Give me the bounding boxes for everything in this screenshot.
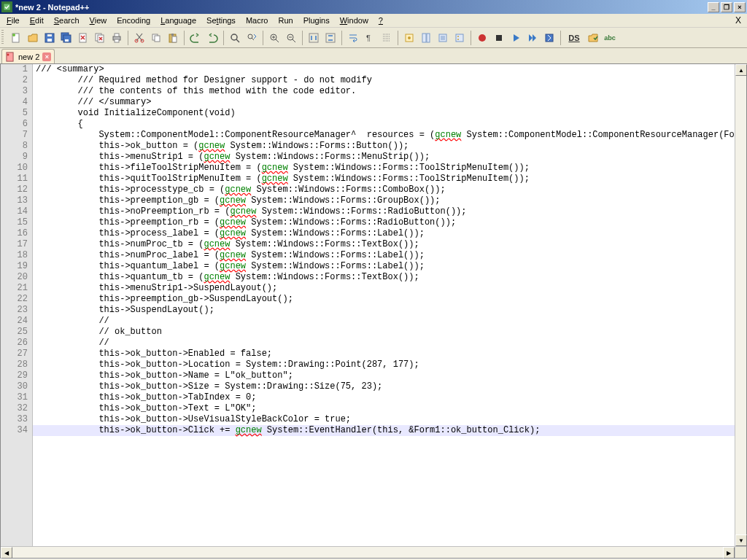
code-line[interactable]: this->noPreemption_rb = (gcnew System::W…	[33, 206, 735, 217]
toolbar-separator	[128, 31, 128, 45]
abc-icon[interactable]: abc	[602, 30, 618, 46]
code-line[interactable]: this->menuStrip1 = (gcnew System::Window…	[33, 152, 735, 163]
horizontal-scrollbar[interactable]: ◀ ▶	[1, 546, 735, 558]
code-line[interactable]: this->preemption_gb->SuspendLayout();	[33, 294, 735, 305]
stop-macro-icon[interactable]	[491, 30, 507, 46]
toolbar-separator	[398, 31, 398, 45]
toolbar-separator	[560, 31, 561, 45]
spellcheck-icon[interactable]	[585, 30, 601, 46]
code-line[interactable]: this->fileToolStripMenuItem = (gcnew Sys…	[33, 163, 735, 174]
scroll-right-icon[interactable]: ▶	[723, 547, 735, 559]
menu-view[interactable]: View	[85, 15, 112, 26]
code-line[interactable]: this->SuspendLayout();	[33, 305, 735, 316]
code-line[interactable]: this->ok_button->Text = L"OK";	[33, 403, 735, 414]
code-line[interactable]: this->preemption_gb = (gcnew System::Win…	[33, 195, 735, 206]
indent-guide-icon[interactable]	[379, 30, 395, 46]
code-line[interactable]: this->ok_button->Name = L"ok_button";	[33, 370, 735, 381]
menu-macro[interactable]: Macro	[241, 15, 274, 26]
menu-run[interactable]: Run	[273, 15, 298, 26]
code-line[interactable]: System::ComponentModel::ComponentResourc…	[33, 130, 735, 141]
new-file-icon[interactable]	[8, 30, 24, 46]
play-macro-icon[interactable]	[508, 30, 524, 46]
code-line[interactable]: {	[33, 119, 735, 130]
zoom-in-icon[interactable]	[266, 30, 282, 46]
code-line[interactable]: /// </summary>	[33, 97, 735, 108]
close-window-button[interactable]: ×	[734, 2, 746, 12]
redo-icon[interactable]	[204, 30, 220, 46]
line-number: 27	[1, 349, 32, 359]
code-line[interactable]: this->ok_button->Enabled = false;	[33, 349, 735, 359]
close-all-icon[interactable]	[92, 30, 108, 46]
svg-rect-20	[171, 34, 174, 36]
code-line[interactable]: /// <summary>	[33, 64, 735, 75]
code-line[interactable]: this->ok_button->Size = System::Drawing:…	[33, 381, 735, 392]
svg-point-42	[7, 53, 9, 55]
close-file-icon[interactable]	[75, 30, 91, 46]
cut-icon[interactable]	[131, 30, 147, 46]
replace-icon[interactable]	[244, 30, 260, 46]
code-line[interactable]: this->quantum_label = (gcnew System::Win…	[33, 261, 735, 272]
scroll-left-icon[interactable]: ◀	[1, 547, 12, 559]
code-line[interactable]: this->quitToolStripMenuItem = (gcnew Sys…	[33, 174, 735, 184]
vertical-scrollbar[interactable]: ▲ ▼	[735, 64, 746, 546]
doc-map-icon[interactable]	[418, 30, 434, 46]
code-line[interactable]: this->numProc_tb = (gcnew System::Window…	[33, 239, 735, 250]
menu-plugins[interactable]: Plugins	[298, 15, 335, 26]
code-line[interactable]: this->preemption_rb = (gcnew System::Win…	[33, 217, 735, 228]
sync-h-icon[interactable]	[322, 30, 338, 46]
menu-search[interactable]: Search	[49, 15, 85, 26]
code-line[interactable]: this->ok_button->TabIndex = 0;	[33, 392, 735, 403]
menubar-close-x[interactable]: X	[731, 15, 746, 26]
code-line[interactable]: this->ok_button->UseVisualStyleBackColor…	[33, 414, 735, 425]
save-icon[interactable]	[42, 30, 58, 46]
zoom-out-icon[interactable]	[283, 30, 299, 46]
code-line[interactable]: this->process_label = (gcnew System::Win…	[33, 228, 735, 239]
save-macro-icon[interactable]	[541, 30, 557, 46]
code-line[interactable]: /// the contents of this method with the…	[33, 86, 735, 97]
code-line[interactable]: this->menuStrip1->SuspendLayout();	[33, 283, 735, 294]
code-line[interactable]: /// Required method for Designer support…	[33, 75, 735, 86]
code-line[interactable]: // ok_button	[33, 327, 735, 338]
code-line[interactable]: //	[33, 316, 735, 327]
tab-close-icon[interactable]: ×	[42, 52, 51, 61]
restore-button[interactable]: ❐	[721, 2, 732, 12]
code-line[interactable]: void InitializeComponent(void)	[33, 108, 735, 119]
save-all-icon[interactable]	[58, 30, 74, 46]
code-line[interactable]: this->processtype_cb = (gcnew System::Wi…	[33, 184, 735, 195]
wordwrap-icon[interactable]	[345, 30, 361, 46]
menu-language[interactable]: Language	[155, 15, 201, 26]
show-all-chars-icon[interactable]: ¶	[362, 30, 378, 46]
code-line[interactable]: this->ok_button->Click += gcnew System::…	[33, 425, 735, 436]
code-line[interactable]: this->ok_button->Location = System::Draw…	[33, 359, 735, 370]
code-line[interactable]: this->ok_button = (gcnew System::Windows…	[33, 141, 735, 152]
menu-window[interactable]: Window	[335, 15, 374, 26]
sync-v-icon[interactable]	[306, 30, 322, 46]
undo-icon[interactable]	[187, 30, 204, 46]
folder-view-icon[interactable]	[452, 30, 468, 46]
find-icon[interactable]	[227, 30, 243, 46]
menu-settings[interactable]: Settings	[201, 15, 241, 26]
menu-edit[interactable]: Edit	[25, 15, 49, 26]
line-number: 10	[1, 163, 32, 174]
svg-rect-5	[47, 34, 52, 36]
code-line[interactable]: this->numProc_label = (gcnew System::Win…	[33, 250, 735, 261]
scroll-up-icon[interactable]: ▲	[735, 64, 747, 76]
tab-new2[interactable]: new 2 ×	[1, 49, 55, 63]
menu-file[interactable]: File	[1, 15, 25, 26]
copy-icon[interactable]	[148, 30, 164, 46]
func-list-icon[interactable]	[435, 30, 451, 46]
code-line[interactable]: //	[33, 338, 735, 349]
scroll-down-icon[interactable]: ▼	[735, 534, 747, 546]
print-icon[interactable]	[109, 30, 125, 46]
play-multi-icon[interactable]	[525, 30, 541, 46]
menu-help[interactable]: ?	[374, 15, 388, 26]
lang-user-icon[interactable]	[401, 30, 417, 46]
record-macro-icon[interactable]	[474, 30, 490, 46]
show-spaces-icon[interactable]: DS	[564, 30, 584, 46]
open-file-icon[interactable]	[25, 30, 41, 46]
menu-encoding[interactable]: Encoding	[112, 15, 155, 26]
minimize-button[interactable]: _	[708, 2, 719, 12]
code-line[interactable]: this->quantum_tb = (gcnew System::Window…	[33, 272, 735, 283]
code-area[interactable]: /// <summary> /// Required method for De…	[33, 64, 735, 546]
paste-icon[interactable]	[165, 30, 181, 46]
